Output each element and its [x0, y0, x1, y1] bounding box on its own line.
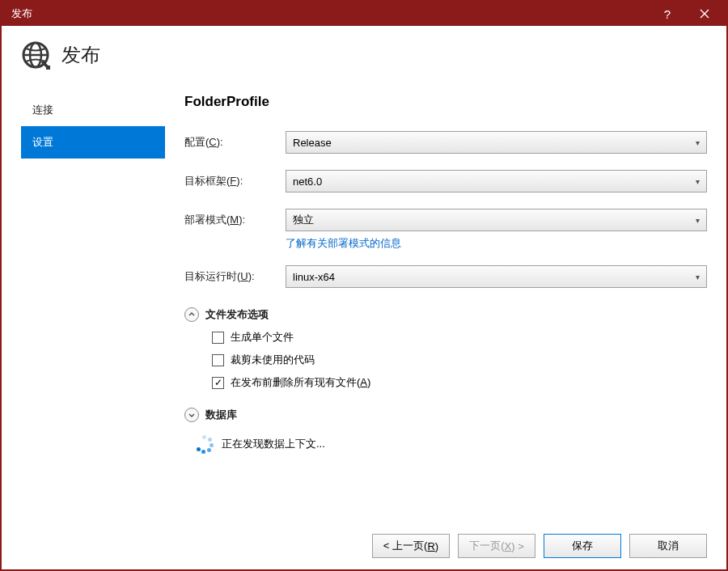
runtime-label: 目标运行时(U): — [184, 269, 286, 284]
database-discovering-row: 正在发现数据上下文... — [196, 435, 707, 453]
collapse-toggle[interactable] — [184, 307, 199, 322]
collapse-toggle-db[interactable] — [184, 408, 199, 422]
page-title: 发布 — [61, 42, 100, 68]
trim-unused-checkbox[interactable] — [212, 354, 224, 366]
body-row: 连接 设置 FolderProfile 配置(C): Release ▾ 目标框… — [21, 94, 707, 558]
chevron-down-icon — [188, 412, 195, 418]
single-file-row: 生成单个文件 — [212, 330, 707, 345]
runtime-select[interactable]: linux-x64 ▾ — [286, 265, 707, 288]
nav-item-connect[interactable]: 连接 — [21, 94, 165, 126]
header-row: 发布 — [21, 40, 707, 70]
deploy-select[interactable]: 独立 ▾ — [286, 209, 707, 231]
close-icon — [700, 9, 709, 19]
config-row: 配置(C): Release ▾ — [184, 131, 707, 154]
config-value: Release — [293, 137, 332, 149]
deploy-hint-link[interactable]: 了解有关部署模式的信息 — [286, 236, 707, 251]
single-file-checkbox[interactable] — [212, 332, 224, 344]
publish-dialog: 发布 ? 发布 连接 设置 Fold — [0, 0, 728, 571]
runtime-value: linux-x64 — [293, 271, 335, 283]
framework-row: 目标框架(F): net6.0 ▾ — [184, 170, 707, 192]
globe-icon — [21, 40, 50, 70]
runtime-row: 目标运行时(U): linux-x64 ▾ — [184, 265, 707, 288]
cancel-button[interactable]: 取消 — [629, 534, 707, 558]
framework-value: net6.0 — [293, 176, 322, 188]
prev-button[interactable]: < 上一页(R) — [372, 534, 450, 558]
database-title: 数据库 — [205, 408, 237, 422]
chevron-up-icon — [188, 311, 195, 318]
framework-label: 目标框架(F): — [184, 174, 286, 188]
delete-existing-row: 在发布前删除所有现有文件(A) — [212, 375, 707, 390]
content: 发布 连接 设置 FolderProfile 配置(C): Release ▾ … — [2, 26, 726, 569]
footer: < 上一页(R) 下一页(X) > 保存 取消 — [184, 522, 707, 558]
trim-unused-label: 裁剪未使用的代码 — [231, 353, 315, 367]
titlebar: 发布 ? — [2, 2, 726, 26]
close-button[interactable] — [686, 2, 723, 26]
spinner-icon — [196, 435, 214, 453]
nav-item-settings[interactable]: 设置 — [21, 126, 165, 159]
chevron-down-icon: ▾ — [696, 138, 700, 147]
save-button[interactable]: 保存 — [544, 534, 621, 558]
database-header: 数据库 — [184, 408, 707, 422]
help-button[interactable]: ? — [649, 2, 686, 26]
file-options-title: 文件发布选项 — [205, 307, 269, 322]
delete-existing-checkbox[interactable] — [212, 377, 224, 389]
framework-select[interactable]: net6.0 ▾ — [286, 170, 707, 192]
form-area: FolderProfile 配置(C): Release ▾ 目标框架(F): … — [184, 94, 707, 558]
deploy-label: 部署模式(M): — [184, 213, 286, 227]
chevron-down-icon: ▾ — [696, 177, 700, 186]
trim-unused-row: 裁剪未使用的代码 — [212, 353, 707, 367]
chevron-down-icon: ▾ — [696, 216, 700, 225]
delete-existing-label: 在发布前删除所有现有文件(A) — [231, 375, 370, 390]
deploy-value: 独立 — [293, 213, 314, 227]
file-options-header: 文件发布选项 — [184, 307, 707, 322]
chevron-down-icon: ▾ — [696, 273, 700, 281]
config-label: 配置(C): — [184, 135, 286, 150]
nav: 连接 设置 — [21, 94, 165, 558]
config-select[interactable]: Release ▾ — [286, 131, 707, 154]
discovering-text: 正在发现数据上下文... — [222, 437, 325, 451]
profile-name: FolderProfile — [184, 94, 707, 110]
deploy-row: 部署模式(M): 独立 ▾ — [184, 209, 707, 231]
single-file-label: 生成单个文件 — [231, 330, 294, 345]
next-button: 下一页(X) > — [458, 534, 535, 558]
titlebar-title: 发布 — [11, 6, 649, 21]
